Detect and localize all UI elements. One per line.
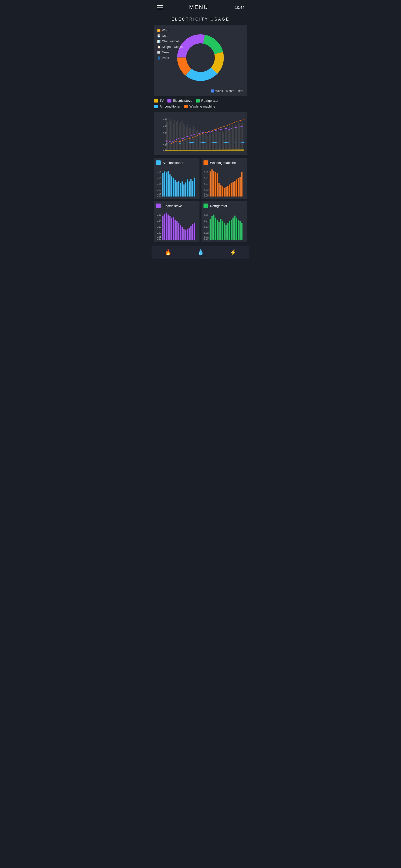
legend-color-air-conditioner [154,105,158,108]
svg-rect-106 [222,186,223,196]
svg-rect-85 [182,182,183,196]
svg-rect-28 [189,128,190,151]
legend-tv: TV [154,99,164,102]
svg-rect-34 [197,129,198,151]
svg-rect-102 [215,172,216,196]
svg-rect-128 [169,216,171,240]
svg-text:0.03: 0.03 [157,183,161,185]
svg-rect-45 [213,130,214,151]
mini-charts-grid: Air conditioner 0.05 0.04 0.03 0.02 0.01… [154,158,247,242]
year-filter[interactable]: Year [237,89,243,93]
app-title: MENU [189,4,209,10]
svg-rect-104 [219,183,220,196]
svg-rect-83 [178,181,180,196]
legend-refrigerator: Refrigerator [196,99,219,102]
svg-rect-152 [215,218,216,240]
week-filter[interactable]: Week [211,89,223,93]
refrigerator-chart: 0.05 0.04 0.03 0.02 0.01 0.00 [204,210,245,240]
washing-machine-label: Washing machine [210,161,236,165]
sidebar-item-chart-widget[interactable]: 📊 Chart widget [157,39,183,44]
time-filters: Week Month Year [157,88,244,94]
sidebar-item-news[interactable]: 📰 News [157,50,183,55]
svg-rect-138 [187,229,188,240]
status-time: 10:44 [235,5,244,9]
combined-line-chart: 0.05 0.04 0.03 0.02 0.01 0.00 [154,112,247,155]
svg-rect-90 [190,179,192,196]
svg-text:0.02: 0.02 [204,231,209,234]
svg-text:0.04: 0.04 [204,177,209,179]
svg-rect-12 [166,120,167,151]
svg-rect-139 [189,227,190,240]
profile-icon: 👤 [157,56,161,60]
app-header: MENU 10:44 [152,0,249,14]
svg-text:0.04: 0.04 [204,220,209,222]
svg-rect-87 [185,183,186,196]
washing-machine-color [204,160,208,165]
svg-rect-134 [180,225,181,240]
svg-rect-19 [176,122,177,151]
svg-rect-57 [230,128,232,151]
legend-electric-stove: Electric stove [167,99,192,102]
svg-rect-76 [166,173,167,196]
svg-text:0.00: 0.00 [204,238,209,240]
svg-rect-115 [238,178,239,196]
svg-rect-166 [240,221,241,240]
svg-rect-62 [238,122,239,151]
svg-rect-105 [220,185,221,196]
sidebar-item-data[interactable]: 💾 Data [157,33,183,39]
bolt-icon[interactable]: ⚡ [230,249,237,256]
svg-rect-77 [168,171,169,196]
refrigerator-color [204,204,208,208]
svg-rect-108 [225,187,227,196]
svg-rect-53 [225,130,226,151]
svg-rect-131 [175,220,176,240]
svg-text:0.05: 0.05 [163,118,167,120]
svg-rect-54 [226,127,227,151]
svg-rect-151 [213,215,215,240]
legend-color-refrigerator [196,99,200,102]
menu-button[interactable] [157,5,163,9]
svg-text:0.02: 0.02 [204,188,209,191]
svg-rect-32 [194,128,195,151]
svg-rect-100 [212,169,213,196]
svg-rect-157 [224,223,225,240]
sidebar-item-diagram-widget[interactable]: 📋 Diagram widget [157,44,183,50]
legend-washing-machine: Washing machine [184,104,215,108]
svg-text:0.04: 0.04 [157,220,161,222]
svg-rect-40 [206,132,207,151]
svg-rect-142 [194,223,195,240]
mini-chart-refrigerator: Refrigerator 0.05 0.04 0.03 0.02 0.01 0.… [202,201,247,242]
month-filter[interactable]: Month [226,89,234,93]
svg-rect-126 [166,213,167,240]
svg-rect-18 [175,120,176,151]
svg-rect-129 [171,218,173,240]
flame-icon[interactable]: 🔥 [165,249,172,256]
svg-rect-89 [189,182,190,196]
sidebar-nav: 📶 WI-FI 💾 Data 📊 Chart widget 📋 Diagram … [157,28,183,61]
svg-rect-50 [220,129,221,151]
svg-rect-140 [190,226,192,240]
svg-rect-27 [187,124,188,151]
svg-rect-65 [242,123,243,151]
svg-rect-112 [233,182,234,196]
data-icon: 💾 [157,34,161,38]
svg-rect-16 [172,119,173,151]
svg-rect-42 [209,134,210,151]
drop-icon[interactable]: 💧 [197,249,204,256]
refrigerator-label: Refrigerator [210,204,227,208]
svg-rect-59 [233,127,234,151]
week-checkbox[interactable] [211,90,214,92]
svg-rect-22 [180,122,181,151]
mini-chart-air-conditioner: Air conditioner 0.05 0.04 0.03 0.02 0.01… [154,158,199,199]
sidebar-item-profile[interactable]: 👤 Profile [157,55,183,61]
svg-rect-80 [173,178,174,196]
svg-text:0.04: 0.04 [157,177,161,179]
svg-rect-162 [233,218,234,240]
svg-rect-159 [227,223,228,240]
svg-rect-88 [187,180,188,196]
sidebar-item-wifi[interactable]: 📶 WI-FI [157,28,183,33]
mini-chart-washing-machine: Washing machine 0.05 0.04 0.03 0.02 0.01… [202,158,247,199]
svg-text:0.03: 0.03 [204,183,209,185]
chart-widget-icon: 📊 [157,40,161,43]
svg-rect-149 [210,219,211,240]
